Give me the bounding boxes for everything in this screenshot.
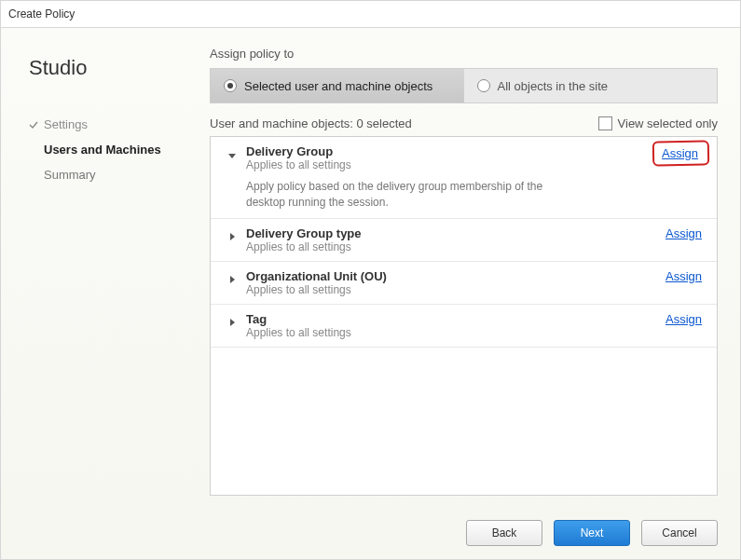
object-category-title: Organizational Unit (OU) xyxy=(246,269,656,283)
chevron-right-icon[interactable] xyxy=(227,226,237,243)
chevron-right-icon[interactable] xyxy=(227,312,237,329)
wizard-step[interactable]: Settings xyxy=(29,117,172,131)
wizard-step[interactable]: Summary xyxy=(29,168,172,182)
object-category-texts: Delivery Group typeApplies to all settin… xyxy=(246,226,656,253)
chevron-right-icon[interactable] xyxy=(227,269,237,286)
wizard-footer: Back Next Cancel xyxy=(1,507,740,559)
wizard-steps: SettingsUsers and MachinesSummary xyxy=(29,117,172,182)
assign-link[interactable]: Assign xyxy=(666,312,702,326)
assign-link[interactable]: Assign xyxy=(662,146,698,160)
wizard-sidebar: Studio SettingsUsers and MachinesSummary xyxy=(1,28,187,507)
radio-selected-objects[interactable] xyxy=(224,79,237,92)
create-policy-window: Create Policy Studio SettingsUsers and M… xyxy=(0,0,741,560)
object-category-texts: Organizational Unit (OU)Applies to all s… xyxy=(246,269,656,296)
wizard-step-label: Settings xyxy=(44,117,172,131)
assign-link-annotated: Assign xyxy=(658,144,702,162)
tab-label: Selected user and machine objects xyxy=(244,79,432,93)
view-selected-only-label: View selected only xyxy=(618,116,718,130)
assign-link[interactable]: Assign xyxy=(666,226,702,240)
window-body: Studio SettingsUsers and MachinesSummary… xyxy=(1,28,740,507)
tab-selected-objects[interactable]: Selected user and machine objects xyxy=(211,69,464,102)
back-button[interactable]: Back xyxy=(466,520,542,546)
wizard-content: Assign policy to Selected user and machi… xyxy=(187,28,740,507)
object-category-subtitle: Applies to all settings xyxy=(246,240,656,253)
assign-section-title: Assign policy to xyxy=(210,47,718,61)
assign-tabbar: Selected user and machine objects All ob… xyxy=(210,68,718,103)
chevron-down-icon[interactable] xyxy=(227,144,237,161)
object-category-row[interactable]: Delivery GroupApplies to all settingsApp… xyxy=(211,137,717,219)
assign-link[interactable]: Assign xyxy=(666,269,702,283)
object-category-description: Apply policy based on the delivery group… xyxy=(246,179,582,211)
view-selected-only[interactable]: View selected only xyxy=(598,116,718,130)
wizard-step[interactable]: Users and Machines xyxy=(29,143,172,157)
tab-label: All objects in the site xyxy=(498,79,609,93)
object-category-texts: Delivery GroupApplies to all settingsApp… xyxy=(246,144,649,211)
objects-count-label: User and machine objects: 0 selected xyxy=(210,116,412,130)
object-category-title: Delivery Group xyxy=(246,144,649,158)
object-category-row[interactable]: Delivery Group typeApplies to all settin… xyxy=(211,219,717,262)
titlebar: Create Policy xyxy=(1,1,740,28)
window-title: Create Policy xyxy=(8,7,75,20)
object-category-subtitle: Applies to all settings xyxy=(246,158,649,171)
object-category-title: Delivery Group type xyxy=(246,226,656,240)
object-category-title: Tag xyxy=(246,312,656,326)
tab-all-objects[interactable]: All objects in the site xyxy=(464,69,718,102)
object-category-subtitle: Applies to all settings xyxy=(246,326,656,339)
object-category-row[interactable]: TagApplies to all settingsAssign xyxy=(211,305,717,348)
wizard-step-label: Users and Machines xyxy=(44,143,172,157)
object-category-row[interactable]: Organizational Unit (OU)Applies to all s… xyxy=(211,262,717,305)
check-icon xyxy=(29,120,38,130)
object-category-subtitle: Applies to all settings xyxy=(246,283,656,296)
radio-all-objects[interactable] xyxy=(477,79,490,92)
object-category-texts: TagApplies to all settings xyxy=(246,312,656,339)
brand-title: Studio xyxy=(29,56,172,80)
cancel-button[interactable]: Cancel xyxy=(641,520,718,546)
wizard-step-label: Summary xyxy=(44,168,172,182)
next-button[interactable]: Next xyxy=(554,520,630,546)
objects-list: Delivery GroupApplies to all settingsApp… xyxy=(210,136,718,496)
objects-subheader: User and machine objects: 0 selected Vie… xyxy=(210,116,718,130)
view-selected-only-checkbox[interactable] xyxy=(598,116,612,130)
